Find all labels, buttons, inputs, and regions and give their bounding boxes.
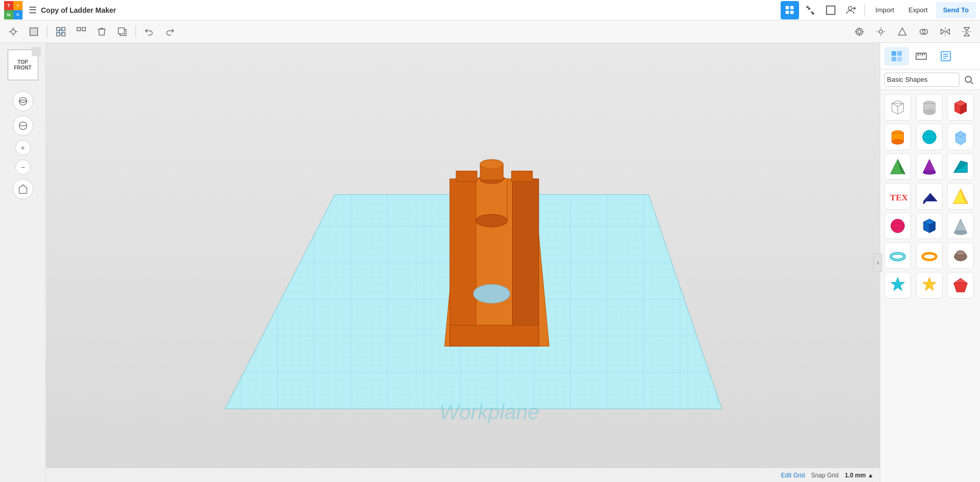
svg-point-105 bbox=[891, 219, 905, 233]
svg-point-82 bbox=[923, 110, 935, 115]
svg-rect-16 bbox=[57, 32, 60, 36]
grid-view-button[interactable] bbox=[781, 1, 799, 19]
snap-grid-value[interactable]: 1.0 mm ▲ bbox=[845, 472, 874, 479]
svg-marker-41 bbox=[964, 27, 969, 31]
svg-point-114 bbox=[922, 253, 936, 260]
pan-button[interactable] bbox=[13, 116, 33, 136]
svg-rect-66 bbox=[916, 53, 926, 59]
shape-wedge-teal[interactable] bbox=[947, 153, 974, 180]
shape-pyramid-green[interactable] bbox=[884, 153, 911, 180]
redo-button[interactable] bbox=[161, 22, 179, 41]
tools-button[interactable] bbox=[801, 1, 819, 19]
svg-rect-3 bbox=[790, 10, 793, 13]
svg-rect-19 bbox=[77, 27, 81, 31]
shape-mode-button[interactable] bbox=[893, 22, 911, 41]
viewport[interactable]: Workplane Edit Grid bbox=[46, 43, 880, 482]
shape-cube-red[interactable] bbox=[947, 94, 974, 121]
shape-blob-brown[interactable] bbox=[947, 242, 974, 269]
group-button[interactable] bbox=[52, 22, 70, 41]
svg-point-116 bbox=[956, 251, 965, 256]
zoom-out-button[interactable]: − bbox=[15, 159, 31, 175]
shape-sphere-pink[interactable] bbox=[884, 213, 911, 239]
edit-grid-button[interactable]: Edit Grid bbox=[781, 472, 805, 479]
add-user-button[interactable] bbox=[842, 1, 860, 19]
shape-torus-teal[interactable] bbox=[884, 242, 911, 269]
shape-cylinder-orange[interactable] bbox=[884, 124, 911, 150]
ungroup-button[interactable] bbox=[72, 22, 90, 41]
delete-button[interactable] bbox=[93, 22, 111, 41]
main-area: TOP FRONT + − bbox=[0, 43, 980, 482]
light-button[interactable] bbox=[872, 22, 890, 41]
svg-point-24 bbox=[856, 28, 862, 35]
duplicate-button[interactable] bbox=[113, 22, 131, 41]
box-button[interactable] bbox=[822, 1, 840, 19]
shape-pyramid-yellow[interactable] bbox=[947, 183, 974, 210]
tab-ruler[interactable] bbox=[909, 47, 933, 65]
shape-star-yellow[interactable] bbox=[916, 272, 943, 299]
tinkercad-logo[interactable]: T I N K bbox=[4, 1, 22, 19]
shape-box-gray[interactable] bbox=[884, 94, 911, 121]
svg-point-29 bbox=[879, 30, 883, 33]
svg-point-75 bbox=[965, 76, 971, 82]
import-button[interactable]: Import bbox=[869, 2, 900, 18]
shapes-search-button[interactable] bbox=[962, 73, 976, 87]
shape-blue-special[interactable] bbox=[947, 124, 974, 150]
shape-cone-gray[interactable] bbox=[947, 213, 974, 239]
svg-rect-50 bbox=[450, 179, 476, 346]
boolean-button[interactable] bbox=[915, 22, 933, 41]
orbit-button[interactable] bbox=[13, 91, 33, 111]
project-title: Copy of Ladder Maker bbox=[41, 6, 777, 14]
svg-rect-18 bbox=[59, 29, 63, 33]
tab-shapes[interactable] bbox=[884, 47, 909, 65]
svg-marker-39 bbox=[946, 29, 950, 34]
undo-button[interactable] bbox=[140, 22, 158, 41]
shape-cylinder-gray[interactable] bbox=[916, 94, 943, 121]
shape-text[interactable]: TEXT bbox=[884, 183, 911, 210]
svg-rect-0 bbox=[786, 6, 789, 9]
svg-line-76 bbox=[971, 81, 973, 84]
workplane-label: Workplane bbox=[439, 400, 539, 424]
topbar: T I N K ☰ Copy of Ladder Maker Import Ex… bbox=[0, 0, 980, 20]
right-panel-tabs bbox=[880, 43, 980, 70]
svg-rect-4 bbox=[827, 6, 835, 14]
svg-point-58 bbox=[480, 159, 503, 169]
svg-rect-13 bbox=[30, 28, 38, 35]
shapes-grid: TEXT bbox=[880, 90, 980, 482]
shape-gem-red[interactable] bbox=[947, 272, 974, 299]
shape-cube-navy[interactable] bbox=[916, 213, 943, 239]
shape-star-teal[interactable] bbox=[884, 272, 911, 299]
zoom-in-button[interactable]: + bbox=[15, 140, 31, 155]
svg-marker-42 bbox=[964, 32, 969, 36]
select-tool[interactable] bbox=[4, 22, 22, 41]
logo-k: K bbox=[13, 10, 22, 19]
export-button[interactable]: Export bbox=[902, 2, 934, 18]
shape-sphere-teal[interactable] bbox=[916, 124, 943, 150]
camera-target-button[interactable] bbox=[850, 22, 869, 41]
shape-ring-orange[interactable] bbox=[916, 242, 943, 269]
mirror-h-button[interactable] bbox=[936, 22, 954, 41]
send-to-button[interactable]: Send To bbox=[936, 2, 976, 18]
svg-rect-17 bbox=[62, 32, 65, 36]
svg-rect-2 bbox=[786, 10, 789, 13]
topbar-right-buttons: Import Export Send To bbox=[781, 1, 976, 19]
svg-rect-62 bbox=[892, 51, 896, 56]
svg-marker-91 bbox=[956, 131, 966, 145]
mirror-v-button[interactable] bbox=[958, 22, 976, 41]
svg-rect-65 bbox=[897, 57, 902, 61]
view-cube[interactable]: TOP FRONT bbox=[5, 47, 41, 83]
shape-prism-navy[interactable] bbox=[916, 183, 943, 210]
shapes-category-dropdown[interactable]: Basic Shapes bbox=[884, 73, 960, 87]
tab-notes[interactable] bbox=[933, 47, 958, 65]
svg-marker-120 bbox=[954, 279, 968, 284]
home-button[interactable] bbox=[13, 179, 33, 199]
svg-point-111 bbox=[954, 231, 967, 235]
svg-text:TEXT: TEXT bbox=[890, 193, 907, 202]
logo-i: I bbox=[13, 1, 22, 10]
shape-cone-purple[interactable] bbox=[916, 153, 943, 180]
snap-grid-label: Snap Grid bbox=[811, 472, 838, 479]
collapse-panel-button[interactable]: › bbox=[873, 254, 882, 272]
menu-icon[interactable]: ☰ bbox=[29, 5, 37, 16]
svg-rect-20 bbox=[82, 27, 86, 31]
workplane-tool[interactable] bbox=[25, 22, 43, 41]
svg-marker-38 bbox=[941, 29, 945, 34]
